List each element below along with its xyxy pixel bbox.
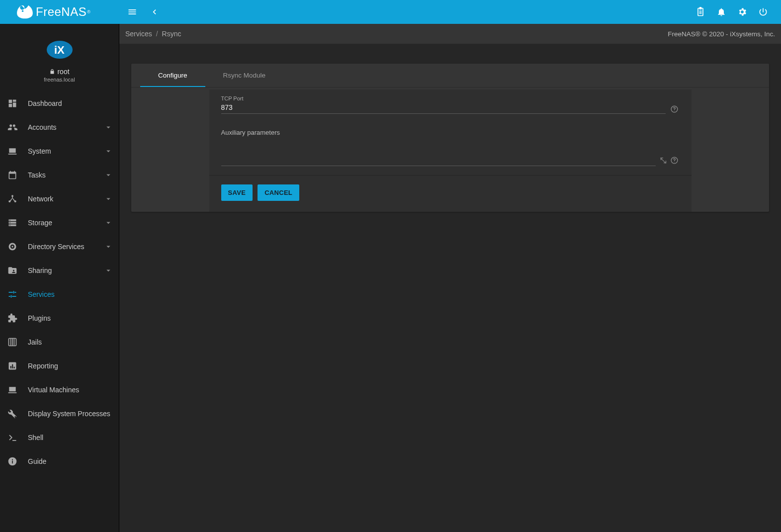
calendar-icon — [7, 170, 18, 180]
help-icon[interactable] — [670, 104, 680, 114]
terminal-icon — [7, 432, 18, 443]
menu-icon — [127, 7, 137, 17]
sidebar-item-tasks[interactable]: Tasks — [0, 163, 119, 187]
notifications-button[interactable] — [711, 2, 731, 22]
chevron-left-icon — [149, 7, 159, 17]
svg-point-6 — [11, 195, 13, 197]
menu-toggle-button[interactable] — [122, 2, 142, 22]
help-icon[interactable] — [670, 155, 680, 165]
sidebar-item-label: Guide — [28, 457, 113, 465]
chevron-down-icon — [104, 242, 113, 251]
sidebar-item-label: Plugins — [28, 314, 113, 322]
breadcrumb-parent[interactable]: Services — [125, 30, 152, 38]
top-bar: FreeNAS ® — [0, 0, 781, 24]
tab-rsync-module[interactable]: Rsync Module — [205, 64, 284, 87]
svg-rect-2 — [699, 12, 702, 12]
brand-name: FreeNAS — [36, 5, 87, 19]
sidebar-item-label: Reporting — [28, 362, 113, 370]
svg-point-11 — [9, 225, 10, 226]
bar-chart-icon — [7, 360, 18, 371]
svg-point-10 — [9, 222, 10, 223]
lock-icon — [49, 69, 55, 75]
sidebar-item-label: Accounts — [28, 123, 104, 131]
copyright-text: FreeNAS® © 2020 - iXsystems, Inc. — [668, 30, 775, 38]
aux-params-label: Auxiliary parameters — [221, 129, 680, 136]
power-button[interactable] — [753, 2, 773, 22]
jail-icon — [7, 337, 18, 348]
hub-icon — [7, 193, 18, 204]
sidebar-item-label: Virtual Machines — [28, 386, 113, 394]
save-button[interactable]: SAVE — [221, 184, 253, 201]
sidebar-item-storage[interactable]: Storage — [0, 211, 119, 235]
sidebar-item-label: Services — [28, 290, 113, 298]
sidebar-item-display-system-processes[interactable]: Display System Processes — [0, 402, 119, 426]
breadcrumb-bar: Services / Rsync FreeNAS® © 2020 - iXsys… — [119, 24, 781, 44]
sidebar-item-virtual-machines[interactable]: Virtual Machines — [0, 378, 119, 402]
user-line: root — [0, 68, 119, 76]
main: Services / Rsync FreeNAS® © 2020 - iXsys… — [119, 24, 781, 532]
hostname: freenas.local — [0, 77, 119, 83]
sidebar-item-sharing[interactable]: Sharing — [0, 259, 119, 282]
svg-rect-1 — [699, 11, 702, 11]
tcp-port-input[interactable] — [221, 101, 666, 114]
laptop-icon — [7, 384, 18, 395]
aux-params-input[interactable] — [221, 137, 656, 166]
settings-button[interactable] — [732, 2, 752, 22]
svg-point-24 — [12, 459, 13, 460]
people-icon — [7, 122, 18, 133]
svg-text:iX: iX — [54, 44, 65, 56]
sidebar-item-jails[interactable]: Jails — [0, 330, 119, 354]
chevron-down-icon — [104, 266, 113, 275]
username: root — [57, 68, 69, 76]
clipboard-icon — [695, 7, 705, 17]
fullscreen-icon[interactable] — [659, 155, 669, 165]
content-card: ConfigureRsync Module TCP Port — [131, 64, 769, 212]
sidebar-item-system[interactable]: System — [0, 139, 119, 163]
breadcrumb-separator: / — [156, 30, 158, 38]
sidebar-item-directory-services[interactable]: Directory Services — [0, 235, 119, 259]
chevron-down-icon — [104, 194, 113, 203]
sidebar-item-label: Network — [28, 195, 104, 203]
info-icon — [7, 456, 18, 467]
sidebar-item-accounts[interactable]: Accounts — [0, 115, 119, 139]
chevron-down-icon — [104, 147, 113, 156]
gear-icon — [737, 7, 747, 17]
cancel-button[interactable]: CANCEL — [258, 184, 299, 201]
svg-point-15 — [13, 270, 14, 271]
sidebar-item-label: Storage — [28, 219, 104, 227]
power-icon — [758, 7, 768, 17]
svg-rect-3 — [699, 13, 702, 14]
sidebar-item-plugins[interactable]: Plugins — [0, 306, 119, 330]
target-icon — [7, 241, 18, 252]
laptop-icon — [7, 146, 18, 157]
chevron-down-icon — [104, 123, 113, 132]
clipboard-button[interactable] — [691, 2, 710, 22]
tab-configure[interactable]: Configure — [140, 64, 205, 87]
svg-point-26 — [674, 110, 675, 111]
breadcrumb-current: Rsync — [162, 30, 181, 38]
ix-logo-icon: iX — [46, 40, 74, 60]
svg-rect-20 — [14, 367, 15, 368]
bell-icon — [716, 7, 726, 17]
sidebar-item-shell[interactable]: Shell — [0, 426, 119, 449]
sidebar-item-label: Sharing — [28, 266, 104, 274]
sidebar-item-reporting[interactable]: Reporting — [0, 354, 119, 378]
svg-point-28 — [674, 162, 675, 162]
sidebar-item-dashboard[interactable]: Dashboard — [0, 91, 119, 115]
back-button[interactable] — [144, 2, 164, 22]
field-aux-params: Auxiliary parameters — [221, 129, 680, 166]
sidebar-item-services[interactable]: Services — [0, 282, 119, 306]
sidebar-item-label: System — [28, 147, 104, 155]
sidebar-item-label: Jails — [28, 338, 113, 346]
svg-point-14 — [11, 246, 13, 247]
dashboard-icon — [7, 98, 18, 109]
sidebar-item-guide[interactable]: Guide — [0, 449, 119, 473]
sidebar-item-network[interactable]: Network — [0, 187, 119, 211]
brand-tm: ® — [87, 9, 90, 14]
svg-rect-23 — [12, 460, 13, 463]
freenas-logo-icon — [16, 4, 34, 19]
tcp-port-label: TCP Port — [221, 95, 680, 101]
sidebar-item-label: Display System Processes — [28, 410, 113, 418]
sidebar-item-label: Shell — [28, 434, 113, 442]
storage-icon — [7, 217, 18, 228]
